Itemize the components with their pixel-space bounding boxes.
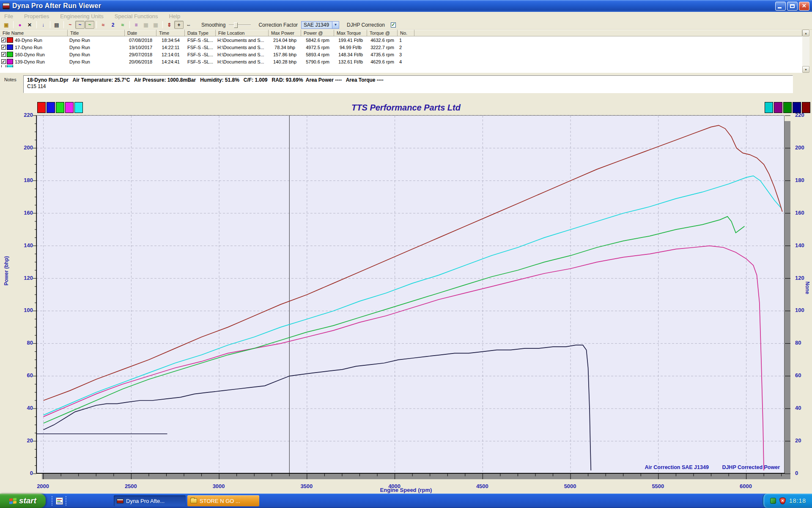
cell-date: 07/08/2018 [125, 38, 156, 43]
print-button[interactable]: ▤ [52, 21, 61, 29]
zoom-extents-button[interactable]: ⇔ [184, 21, 193, 29]
cell-file_name: ✓17-Dyno Run [0, 44, 68, 50]
y-tick-label-left: 0 [15, 470, 33, 476]
table-header-row: File NameTitleDateTimeData TypeFile Loca… [0, 30, 802, 36]
menu-item-properties[interactable]: Properties [24, 13, 49, 19]
row-checkbox[interactable]: ✓ [1, 38, 6, 42]
taskbar-divider [66, 496, 67, 505]
scroll-down-button[interactable]: ▼ [802, 66, 809, 73]
column-header-time[interactable]: Time [156, 30, 185, 36]
menu-item-special-functions[interactable]: Special Functions [115, 13, 158, 19]
cell-max_power: 214.04 bhp [269, 38, 301, 43]
multi-graph-button[interactable]: ≡ [132, 21, 141, 29]
x-tick-label: 5500 [645, 483, 671, 489]
cell-file_location: H:\Documents and S... [216, 59, 269, 64]
column-header-torque_at[interactable]: Torque @ [367, 30, 398, 36]
cell-time: 14:22:11 [156, 45, 185, 50]
toolbar-separator [13, 21, 14, 28]
chevron-down-icon[interactable]: ▼ [332, 22, 339, 28]
row-checkbox[interactable] [1, 65, 6, 67]
cell-power_at: 5842.6 rpm [301, 38, 334, 43]
window-title: Dyna Pro After Run Viewer [12, 2, 101, 10]
delete-run-button[interactable]: ✕ [25, 21, 34, 29]
smoothing-slider[interactable] [229, 22, 251, 28]
table-row[interactable]: ✓49-Dyno RunDyno Run07/08/201818:34:54FS… [0, 36, 802, 44]
overlay-torque-button[interactable]: ≈ [118, 21, 127, 29]
taskbar: start Dyna Pro Afte... STORE N GO ... ✕ [0, 494, 812, 508]
column-header-date[interactable]: Date [125, 30, 156, 36]
close-button[interactable]: ✕ [799, 2, 809, 11]
table-row[interactable]: ✓139-Dyno RunDyno Run20/06/201814:24:41F… [0, 58, 802, 65]
correction-factor-select[interactable]: SAE J1349 ▼ [301, 21, 339, 29]
minimize-button[interactable] [775, 2, 786, 11]
restore-button[interactable] [787, 2, 798, 11]
cell-file_name: ✓160-Dyno Run [0, 52, 68, 57]
row-checkbox[interactable]: ✓ [1, 45, 6, 50]
y-tick-label-left: 120 [15, 275, 33, 281]
plot-area[interactable]: Air Correction SAE J1349 DJHP Corrected … [36, 115, 785, 473]
x-tick-label: 3000 [206, 483, 231, 489]
table-scrollbar[interactable]: ▲ ▼ [802, 30, 809, 73]
cell-title: Dyno Run [68, 59, 125, 64]
graph-both-button[interactable]: ~ [85, 21, 94, 29]
grid-b-button: ▦ [151, 21, 160, 29]
taskbar-button-storengo[interactable]: STORE N GO ... [187, 495, 259, 506]
toolbar-separator [96, 21, 97, 28]
djhp-annotation: DJHP Corrected Power [722, 464, 780, 470]
cell-date: 19/10/2017 [125, 45, 156, 50]
column-header-no[interactable]: No. [398, 30, 414, 36]
column-header-title[interactable]: Title [68, 30, 125, 36]
graph-power-button[interactable]: ~ [66, 21, 75, 29]
x-tick-label: 5000 [557, 483, 583, 489]
djhp-correction-checkbox[interactable]: ✓ [391, 22, 396, 28]
cell-data_type: FSF-S -SL... [185, 52, 216, 57]
scroll-up-button[interactable]: ▲ [802, 30, 809, 36]
tray-status-icon[interactable] [770, 498, 776, 504]
column-header-max_torque[interactable]: Max Torque [334, 30, 367, 36]
import-run-button[interactable]: ↓ [38, 21, 48, 29]
cell-file_name-text: 17-Dyno Run [15, 45, 42, 50]
open-file-button[interactable]: ▣ [2, 21, 11, 29]
notes-field[interactable]: 18-Dyno Run.Dpr Air Temperature: 25.7°C … [23, 75, 793, 93]
start-button[interactable]: start [0, 494, 46, 508]
curve-17-dyno-run [44, 345, 591, 470]
quick-launch-icon[interactable] [56, 497, 63, 505]
row-checkbox[interactable]: ✓ [1, 59, 6, 64]
security-shield-icon[interactable]: ✕ [779, 497, 786, 504]
cursor-tool-button[interactable]: + [174, 21, 184, 29]
cell-time: 12:14:01 [156, 52, 185, 57]
menu-item-help[interactable]: Help [169, 13, 180, 19]
cell-title: Dyno Run [68, 38, 125, 43]
run-color-swatch [7, 37, 13, 43]
column-header-file_location[interactable]: File Location [216, 30, 269, 36]
folder-icon [190, 498, 197, 503]
y-tick-label-left: 180 [15, 177, 33, 183]
overlay-power-button[interactable]: ≈ [99, 21, 108, 29]
overlay-2-button[interactable]: 2 [108, 21, 118, 29]
cell-max_power: 140.28 bhp [269, 59, 301, 64]
column-header-max_power[interactable]: Max Power [269, 30, 301, 36]
smoothing-slider-handle[interactable] [234, 22, 238, 28]
cell-data_type: FSF-S -SL... [185, 38, 216, 43]
column-header-data_type[interactable]: Data Type [185, 30, 216, 36]
menu-item-engineering-units[interactable]: Engineering Units [60, 13, 104, 19]
cell-power_at: 4972.5 rpm [301, 45, 334, 50]
menu-item-file[interactable]: File [4, 13, 13, 19]
graph-torque-button[interactable]: ~ [75, 21, 85, 29]
table-row[interactable]: ✓17-Dyno RunDyno Run19/10/201714:22:11FS… [0, 44, 802, 51]
row-checkbox[interactable]: ✓ [1, 52, 6, 57]
cell-file_name-text: 160-Dyno Run [15, 52, 45, 57]
column-header-file_name[interactable]: File Name [0, 30, 68, 36]
cell-max_power: 78.34 bhp [269, 45, 301, 50]
run-table: File NameTitleDateTimeData TypeFile Loca… [0, 30, 802, 73]
color-settings-button[interactable]: ● [15, 21, 25, 29]
table-row[interactable]: ✓160-Dyno RunDyno Run29/07/201812:14:01F… [0, 51, 802, 58]
taskbar-button-dynapro[interactable]: Dyna Pro Afte... [114, 495, 186, 506]
column-header-power_at[interactable]: Power @ [301, 30, 334, 36]
cell-file_location: H:\Documents and S... [216, 38, 269, 43]
y-tick-label-right: 220 [795, 112, 812, 118]
table-row-partial[interactable] [0, 65, 802, 67]
y-tick-label-left: 20 [15, 437, 33, 444]
units-axis-button[interactable]: ⇕ [165, 21, 174, 29]
cell-no: 2 [398, 45, 414, 50]
